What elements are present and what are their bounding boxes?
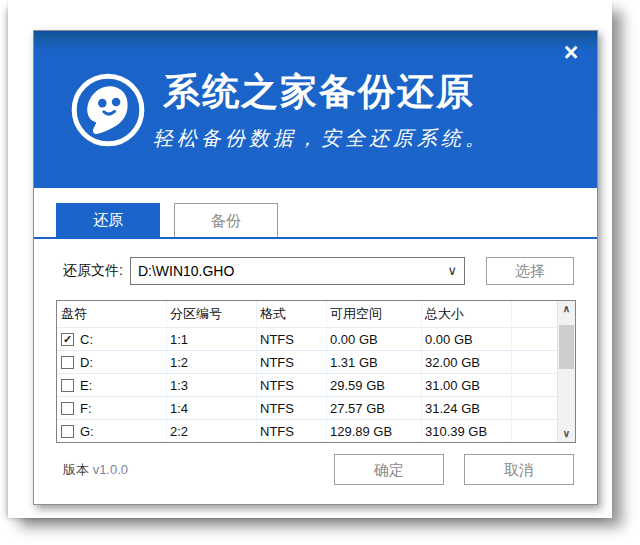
tab-bar: 还原 备份: [34, 205, 597, 239]
total-size: 0.00 GB: [422, 328, 512, 350]
table-row[interactable]: G: 2:2 NTFS 129.89 GB 310.39 GB: [57, 420, 557, 443]
partition-table: 盘符 分区编号 格式 可用空间 总大小 ✓ C: 1:1 NTFS 0.00 G…: [56, 300, 576, 443]
col-header-total-size[interactable]: 总大小: [422, 301, 512, 327]
close-icon[interactable]: ×: [558, 39, 584, 65]
col-header-partition[interactable]: 分区编号: [167, 301, 257, 327]
version-number: v1.0.0: [93, 462, 128, 477]
restore-file-value: D:\WIN10.GHO: [138, 263, 234, 279]
scroll-down-icon[interactable]: ∨: [558, 426, 575, 442]
drive-letter: F:: [80, 401, 92, 416]
free-space: 29.59 GB: [327, 374, 422, 396]
table-row[interactable]: E: 1:3 NTFS 29.59 GB 31.00 GB: [57, 374, 557, 397]
table-row[interactable]: D: 1:2 NTFS 1.31 GB 32.00 GB: [57, 351, 557, 374]
total-size: 31.24 GB: [422, 397, 512, 419]
page-card: × 系统之家备份还原 轻松备份数据，安全还原系统。 还原 备份 还原文件: D:…: [8, 0, 612, 518]
table-row[interactable]: F: 1:4 NTFS 27.57 GB 31.24 GB: [57, 397, 557, 420]
col-header-format[interactable]: 格式: [257, 301, 327, 327]
row-checkbox[interactable]: [61, 402, 74, 415]
table-header-row: 盘符 分区编号 格式 可用空间 总大小: [57, 301, 557, 328]
format: NTFS: [257, 420, 327, 442]
col-header-filler: [512, 301, 557, 327]
app-slogan: 轻松备份数据，安全还原系统。: [153, 125, 489, 152]
row-checkbox-checked[interactable]: ✓: [61, 333, 74, 346]
version-label: 版本: [63, 462, 89, 477]
total-size: 32.00 GB: [422, 351, 512, 373]
format: NTFS: [257, 328, 327, 350]
scroll-up-icon[interactable]: ∧: [558, 301, 575, 317]
table-row[interactable]: ✓ C: 1:1 NTFS 0.00 GB 0.00 GB: [57, 328, 557, 351]
col-header-drive[interactable]: 盘符: [57, 301, 167, 327]
ghost-logo-icon: [70, 72, 146, 148]
select-file-button[interactable]: 选择: [486, 257, 574, 285]
free-space: 0.00 GB: [327, 328, 422, 350]
total-size: 310.39 GB: [422, 420, 512, 442]
scrollbar-thumb[interactable]: [559, 325, 574, 369]
vertical-scrollbar[interactable]: ∧ ∨: [557, 301, 575, 442]
drive-letter: D:: [80, 355, 93, 370]
drive-letter: E:: [80, 378, 92, 393]
drive-letter: G:: [80, 424, 94, 439]
row-checkbox[interactable]: [61, 379, 74, 392]
free-space: 129.89 GB: [327, 420, 422, 442]
chevron-down-icon[interactable]: ∨: [447, 258, 457, 284]
app-title: 系统之家备份还原: [163, 67, 475, 117]
footer: 版本 v1.0.0 确定 取消: [63, 454, 574, 485]
col-header-free-space[interactable]: 可用空间: [327, 301, 422, 327]
ok-button[interactable]: 确定: [334, 454, 444, 485]
tab-restore[interactable]: 还原: [56, 203, 160, 237]
partition-table-body: 盘符 分区编号 格式 可用空间 总大小 ✓ C: 1:1 NTFS 0.00 G…: [57, 301, 557, 442]
title-bar: × 系统之家备份还原 轻松备份数据，安全还原系统。: [34, 31, 597, 188]
total-size: 31.00 GB: [422, 374, 512, 396]
format: NTFS: [257, 397, 327, 419]
partition-number: 2:2: [167, 420, 257, 442]
row-checkbox[interactable]: [61, 356, 74, 369]
app-window: × 系统之家备份还原 轻松备份数据，安全还原系统。 还原 备份 还原文件: D:…: [33, 30, 598, 505]
free-space: 1.31 GB: [327, 351, 422, 373]
version-text: 版本 v1.0.0: [63, 461, 128, 479]
tab-backup[interactable]: 备份: [174, 203, 278, 237]
format: NTFS: [257, 351, 327, 373]
restore-file-row: 还原文件: D:\WIN10.GHO ∨ 选择: [63, 257, 574, 285]
partition-number: 1:1: [167, 328, 257, 350]
restore-file-combobox[interactable]: D:\WIN10.GHO ∨: [130, 257, 465, 285]
row-checkbox[interactable]: [61, 425, 74, 438]
restore-file-label: 还原文件:: [63, 262, 123, 280]
partition-number: 1:3: [167, 374, 257, 396]
cancel-button[interactable]: 取消: [464, 454, 574, 485]
partition-number: 1:4: [167, 397, 257, 419]
free-space: 27.57 GB: [327, 397, 422, 419]
format: NTFS: [257, 374, 327, 396]
partition-number: 1:2: [167, 351, 257, 373]
drive-letter: C:: [80, 332, 93, 347]
